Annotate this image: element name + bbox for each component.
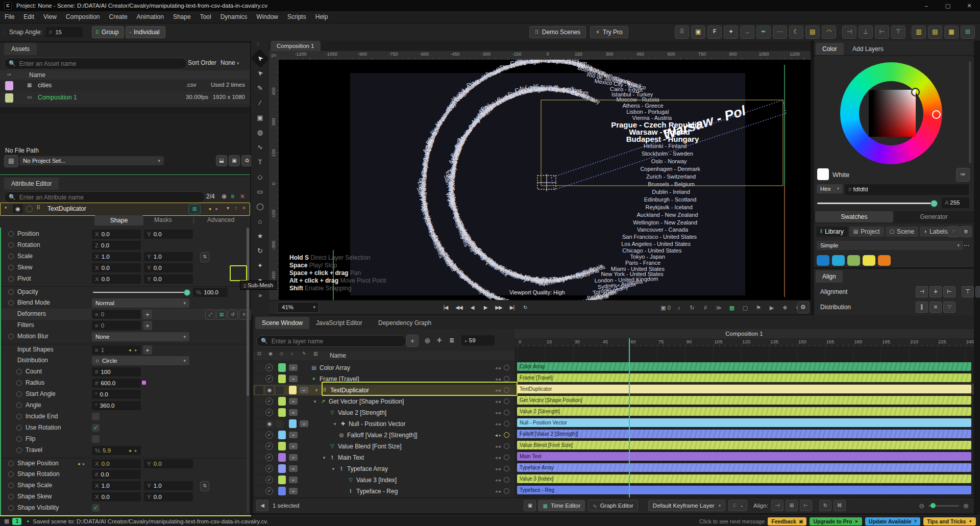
motion-blur-select[interactable]: None▾ (92, 332, 189, 341)
menu-shape[interactable]: Shape (168, 11, 195, 23)
value-field[interactable]: Y1.0 (144, 481, 193, 490)
list-count-field[interactable]: ≡0 (92, 321, 141, 330)
folder-icon[interactable]: ▣ (691, 26, 705, 39)
checkbox[interactable]: ✓ (92, 504, 100, 512)
value-field[interactable]: #100 (92, 367, 141, 377)
project-set-icon[interactable]: ▤ (4, 155, 18, 167)
visible-check-icon[interactable]: ✓ (265, 397, 273, 405)
layer-name[interactable]: Typeface Array (347, 465, 388, 472)
collapse-chevron-icon[interactable]: ▾ (5, 205, 7, 210)
play-button[interactable]: ▶ (480, 303, 491, 313)
hierarchy-icon[interactable]: ≡ (231, 193, 234, 200)
transform-tool[interactable]: ◇ (253, 170, 267, 183)
library-tab-scene[interactable]: ▢Scene (886, 227, 918, 237)
library-tab-labels[interactable]: ◗Labels (920, 227, 951, 237)
color-swatch[interactable] (878, 255, 891, 266)
eyedropper-button[interactable]: ✑ (956, 168, 970, 182)
tab-scene-window[interactable]: Scene Window (255, 317, 309, 329)
pixel-grid-icon[interactable]: ▦ (727, 303, 737, 312)
layer-row[interactable]: ✓▰▽Value Blend [Font Size]◂▸ (253, 441, 514, 452)
expand-toolbar[interactable]: » (253, 289, 267, 302)
polygon-tool[interactable]: ⌂ (253, 215, 267, 228)
feedback-button[interactable]: Feedback▣ (768, 517, 806, 525)
snap-angle-input[interactable]: #15 (45, 27, 83, 37)
tab-advanced[interactable]: Advanced (207, 216, 234, 223)
sphere-tool[interactable]: ◍ (253, 126, 267, 139)
menu-dynamics[interactable]: Dynamics (216, 11, 252, 23)
sort-order-select[interactable]: None ▾ (220, 59, 239, 66)
layer-color-swatch[interactable] (278, 363, 286, 372)
layer-color-swatch[interactable] (289, 386, 297, 394)
keyframe-align-button[interactable]: ⊢ (800, 500, 812, 511)
time-editor-tab[interactable]: ▦ Time Editor (538, 500, 585, 511)
layer-row[interactable]: ✓▰tTypeface - Reg◂▸ (253, 486, 514, 496)
layer-name[interactable]: Color Array (320, 364, 350, 371)
rotate-tool[interactable]: ↻ (253, 244, 267, 257)
timeline-bar[interactable]: Value 2 [Strength] (517, 407, 971, 416)
visible-check-icon[interactable]: ✓ (265, 454, 273, 461)
layer-color-swatch[interactable] (278, 442, 286, 450)
distribution-select[interactable]: ○Circle▾ (92, 356, 189, 365)
ellipse-tool[interactable]: ◯ (253, 200, 267, 213)
expand-chevron-icon[interactable]: ▾ (329, 466, 337, 471)
value-field[interactable]: Y0.0 (144, 230, 193, 239)
visibility-eye-icon[interactable]: ◉ (13, 204, 23, 213)
layer-row[interactable]: ✓▰✶Frame [Travel]◂▸ (253, 373, 514, 384)
project-action-icon[interactable]: ▣ (229, 155, 240, 166)
visible-check-icon[interactable]: ✓ (265, 476, 273, 484)
layer-row[interactable]: ✓▰▽Value 2 [Strength]◂▸ (253, 407, 514, 418)
align-right-icon[interactable]: ⊢ (875, 26, 889, 39)
keyboard-shortcut-icon[interactable]: ▤ (805, 26, 820, 39)
viewport-canvas[interactable]: New York - United StatesLondon - United … (279, 60, 811, 300)
grid-cells-icon[interactable]: ▦ (944, 26, 959, 39)
swatch-set-select[interactable]: Simple▾ (817, 241, 963, 250)
rectangle-tool[interactable]: ▭ (253, 185, 267, 198)
sv-picker-handle[interactable] (911, 88, 920, 96)
value-field[interactable]: Y0.0 (144, 459, 193, 468)
menu-window[interactable]: Window (252, 11, 283, 23)
keyframe-align-button[interactable]: ⊣ (771, 500, 783, 511)
layer-color-swatch[interactable] (278, 453, 286, 462)
direct-select-tool[interactable]: ➤ (251, 64, 270, 83)
value-field[interactable]: X1.0 (92, 252, 141, 261)
align-bottom-icon[interactable]: ⊥ (859, 26, 873, 39)
distribute-button[interactable]: ∥ (916, 302, 928, 313)
value-field[interactable]: %100.0 (193, 288, 228, 297)
visible-check-icon[interactable]: ✓ (265, 442, 273, 450)
align-button[interactable]: ∔ (929, 286, 942, 297)
tab-dependency-graph[interactable]: Dependency Graph (372, 317, 438, 329)
timeline-bar[interactable]: Falloff [Value 2 [Strength]] (517, 430, 971, 438)
maximize-button[interactable]: ▢ (937, 0, 959, 11)
project-selector[interactable]: No Project Set...▾ (19, 156, 164, 165)
add-item-button[interactable]: ＋ (143, 345, 152, 355)
layer-name[interactable]: Typeface - Reg (356, 488, 398, 495)
value-field[interactable]: Z0.0 (92, 241, 141, 250)
group-toggle[interactable]: ⠿ Group (92, 26, 125, 38)
timeline-bar[interactable]: Typeface Array (517, 463, 971, 472)
timeline-bar[interactable]: Null - Position Vector (517, 418, 971, 427)
timeline-zoom-slider[interactable] (928, 505, 959, 507)
tab-javascript-editor[interactable]: JavaScript Editor (309, 317, 369, 329)
visible-check-icon[interactable]: ✓ (265, 487, 273, 495)
camera-tool[interactable]: ▣ (253, 111, 267, 124)
value-field[interactable]: Y0.0 (144, 263, 193, 272)
layer-name[interactable]: Value 2 [Strength] (338, 409, 386, 416)
loop-button[interactable]: ↻ (819, 500, 831, 511)
add-layer-button[interactable]: ＋ (406, 335, 419, 347)
value-field[interactable]: °360.0 (92, 401, 141, 410)
tab-masks[interactable]: Masks (154, 216, 172, 223)
timeline-ruler[interactable]: 0153045607590105120135150165180195210225… (514, 338, 974, 347)
menu-edit[interactable]: Edit (19, 11, 39, 23)
layer-color-swatch[interactable] (278, 487, 286, 495)
align-tab[interactable]: Align (816, 270, 843, 283)
rows-icon[interactable]: ▤ (928, 26, 942, 39)
next-message-link[interactable]: Click to see next message (699, 518, 765, 524)
tab-shape[interactable]: Shape (94, 215, 143, 226)
composition-tab[interactable]: Composition 1 (271, 41, 321, 51)
list-count-field[interactable]: ≡0 (92, 310, 141, 319)
expand-chevron-icon[interactable]: ▾ (320, 455, 328, 460)
attribute-scrollbar[interactable] (247, 228, 249, 513)
layer-color-swatch[interactable] (278, 397, 286, 406)
align-top-icon[interactable]: ⊤ (891, 26, 905, 39)
value-field[interactable]: °0.0 (92, 390, 141, 399)
